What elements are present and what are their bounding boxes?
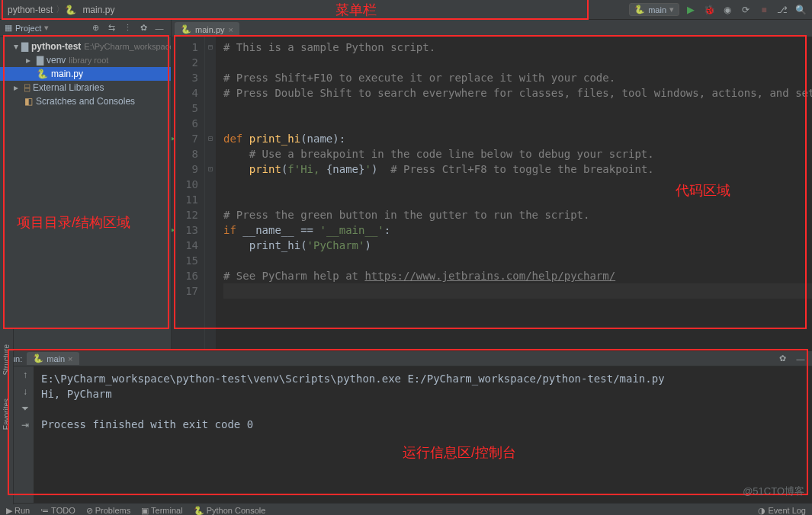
debug-button[interactable]: 🐞 <box>702 3 716 17</box>
run-coverage-button[interactable]: ◉ <box>721 3 734 17</box>
profile-button[interactable]: ⟳ <box>739 3 753 17</box>
chevron-right-icon: ▸ <box>26 55 34 66</box>
run-config-selector[interactable]: 🐍 main ▾ <box>629 3 679 16</box>
python-file-icon: 🐍 <box>181 24 191 34</box>
project-tool-window: ▦ Project ▾ ⊕ ⇆ ⋮ ✿ — ▾ ▇ python-test E:… <box>0 20 172 350</box>
scratches-icon: ◧ <box>24 96 33 107</box>
export-icon[interactable]: ⇥ <box>21 420 29 430</box>
tree-external-libraries[interactable]: ▸ ⌸ External Libraries <box>0 81 171 94</box>
editor-gutter: 1234567▶8910111213▶14151617 <box>172 37 205 350</box>
chevron-down-icon: ▾ <box>14 41 18 52</box>
python-file-icon: 🐍 <box>37 69 48 79</box>
search-everywhere-button[interactable]: 🔍 <box>794 3 807 17</box>
status-problems[interactable]: ⊘ Problems <box>86 506 131 515</box>
run-button[interactable]: ▶ <box>684 3 698 17</box>
hide-icon[interactable]: — <box>152 21 166 35</box>
event-log-button[interactable]: ◑ Event Log <box>758 506 806 515</box>
annotation-console-area: 运行信息区/控制台 <box>403 443 516 462</box>
settings-icon[interactable]: ✿ <box>136 21 150 35</box>
annotation-menubar: 菜单栏 <box>335 1 377 19</box>
library-icon: ⌸ <box>24 82 30 93</box>
watermark: @51CTO博客 <box>743 485 804 498</box>
breadcrumb-file[interactable]: main.py <box>79 5 117 15</box>
project-tree: ▾ ▇ python-test E:\PyCharm_workspace\pyt… <box>0 37 171 111</box>
status-todo[interactable]: ≔ TODO <box>40 506 75 515</box>
select-opened-file-icon[interactable]: ⊕ <box>88 21 102 35</box>
status-run[interactable]: ▶ Run <box>6 506 30 515</box>
annotation-code-area: 代码区域 <box>676 181 730 200</box>
run-toolbar-left2: ↑ ↓ ⏷ ⇥ <box>17 366 34 503</box>
up-arrow-icon[interactable]: ↑ <box>23 369 27 380</box>
filter-icon[interactable]: ⏷ <box>21 403 30 414</box>
favorites-stripe-button[interactable]: Favorites <box>2 398 11 430</box>
tree-venv[interactable]: ▸ ▇ venv library root <box>0 53 171 67</box>
hide-run-icon[interactable]: — <box>794 352 807 366</box>
project-tool-title[interactable]: Project <box>15 24 41 33</box>
expand-all-icon[interactable]: ⇆ <box>104 21 118 35</box>
python-file-icon: 🐍 <box>65 5 76 15</box>
annotation-project-area: 项目目录/结构区域 <box>17 213 130 232</box>
tree-scratches[interactable]: ◧ Scratches and Consoles <box>0 94 171 108</box>
chevron-down-icon[interactable]: ▾ <box>44 23 49 33</box>
tree-project-root[interactable]: ▾ ▇ python-test E:\PyCharm_workspace\pyt… <box>0 40 171 53</box>
chevron-down-icon: ▾ <box>669 5 674 14</box>
run-tool-window: Run: 🐍 main × ✿ — ▶ ✎ ■ ≡ 🖶 🗑 ↑ ↓ ⏷ ⇥ E:… <box>0 350 812 503</box>
structure-stripe-button[interactable]: Structure <box>2 344 11 376</box>
stop-button[interactable]: ■ <box>757 3 771 17</box>
down-arrow-icon[interactable]: ↓ <box>23 386 27 397</box>
tree-main-file[interactable]: 🐍 main.py <box>0 67 171 81</box>
close-tab-icon[interactable]: × <box>229 25 233 34</box>
close-run-tab-icon[interactable]: × <box>68 354 72 363</box>
status-python-console[interactable]: 🐍 Python Console <box>194 506 266 515</box>
breadcrumb-project[interactable]: python-test <box>5 5 56 15</box>
editor-tab-main[interactable]: 🐍 main.py × <box>175 22 239 37</box>
collapse-all-icon[interactable]: ⋮ <box>120 21 134 35</box>
folder-icon: ▇ <box>21 41 28 52</box>
left-stripe: Structure Favorites <box>0 329 14 504</box>
run-settings-icon[interactable]: ✿ <box>775 352 789 366</box>
console-output[interactable]: E:\PyCharm_workspace\python-test\venv\Sc… <box>34 366 812 503</box>
run-tab-main[interactable]: 🐍 main × <box>27 352 79 365</box>
python-icon: 🐍 <box>634 5 645 14</box>
chevron-right-icon: ▸ <box>14 82 21 93</box>
breadcrumb-separator: 〉 <box>56 3 65 16</box>
python-icon: 🐍 <box>33 353 43 363</box>
git-button[interactable]: ⎇ <box>775 3 789 17</box>
project-icon: ▦ <box>5 23 12 33</box>
fold-column: ⊟⊟⊡ <box>205 37 216 350</box>
navigation-bar: python-test 〉 🐍 main.py 🐍 main ▾ ▶ 🐞 ◉ ⟳… <box>0 0 812 20</box>
status-terminal[interactable]: ▣ Terminal <box>141 506 182 515</box>
folder-icon: ▇ <box>37 55 43 66</box>
status-bar: ▶ Run ≔ TODO ⊘ Problems ▣ Terminal 🐍 Pyt… <box>0 503 812 515</box>
